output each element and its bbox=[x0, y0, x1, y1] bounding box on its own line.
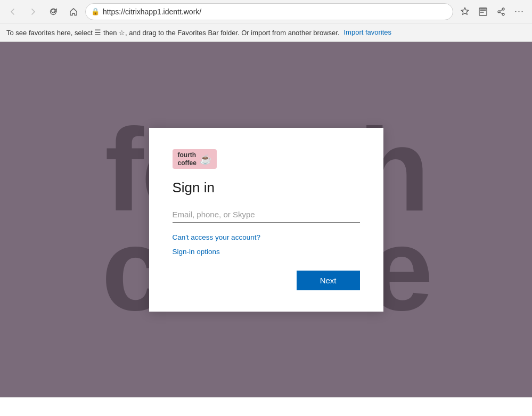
email-input[interactable] bbox=[173, 207, 360, 223]
browser-chrome: 🔒 ··· To see favorites here, select ☰ th… bbox=[0, 0, 532, 42]
nav-actions: ··· bbox=[456, 3, 528, 20]
refresh-button[interactable] bbox=[45, 3, 62, 20]
favorites-bar-text: To see favorites here, select ☰ then ☆, … bbox=[6, 28, 339, 37]
brand-logo: fourth coffee ☕ bbox=[173, 149, 360, 169]
share-button[interactable] bbox=[493, 3, 510, 20]
page-background: fourth coffee fourth coffee ☕ Sign in Ca… bbox=[0, 42, 532, 397]
address-bar-container[interactable]: 🔒 bbox=[85, 3, 453, 20]
more-button[interactable]: ··· bbox=[511, 3, 528, 20]
next-btn-row: Next bbox=[173, 271, 360, 290]
logo-text: fourth coffee bbox=[178, 151, 197, 167]
nav-bar: 🔒 ··· bbox=[0, 0, 532, 23]
home-button[interactable] bbox=[65, 3, 82, 20]
favorites-button[interactable] bbox=[456, 3, 473, 20]
signin-title: Sign in bbox=[173, 180, 360, 196]
signin-card: fourth coffee ☕ Sign in Can't access you… bbox=[149, 128, 383, 312]
address-input[interactable] bbox=[103, 7, 447, 16]
email-input-container bbox=[173, 207, 360, 223]
next-button[interactable]: Next bbox=[297, 271, 360, 290]
coffee-cup-icon: ☕ bbox=[200, 153, 211, 165]
notes-button[interactable] bbox=[474, 3, 492, 20]
signin-options-link[interactable]: Sign-in options bbox=[173, 248, 360, 256]
logo-box: fourth coffee ☕ bbox=[173, 149, 217, 169]
lock-icon: 🔒 bbox=[91, 7, 100, 15]
favorites-bar: To see favorites here, select ☰ then ☆, … bbox=[0, 23, 532, 42]
forward-button[interactable] bbox=[24, 3, 42, 20]
import-favorites-link[interactable]: Import favorites bbox=[343, 28, 391, 36]
back-button[interactable] bbox=[4, 3, 21, 20]
cant-access-link[interactable]: Can't access your account? bbox=[173, 233, 360, 241]
